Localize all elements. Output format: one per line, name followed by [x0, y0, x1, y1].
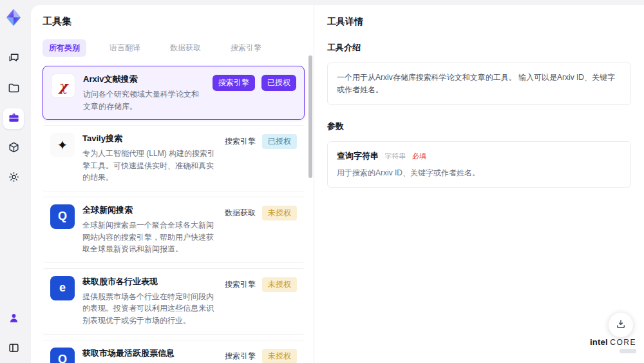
- category-label: 搜索引擎: [225, 277, 256, 292]
- tavily-star-icon: ✦: [50, 133, 75, 157]
- download-icon: [615, 319, 627, 332]
- tool-description: 提供股票市场各个行业在特定时间段内的表现。投资者可以利用这些信息来识别表现优于或…: [82, 291, 217, 327]
- sidebar-item-packages[interactable]: [3, 138, 24, 159]
- status-badge: 未授权: [262, 349, 297, 363]
- intel-logo-text: intel: [590, 337, 608, 347]
- tool-name: 全球新闻搜索: [82, 204, 217, 216]
- page-title: 工具集: [43, 15, 305, 28]
- params-heading: 参数: [327, 121, 631, 132]
- package-icon: [8, 141, 20, 155]
- tab-translation[interactable]: 语言翻译: [103, 39, 147, 57]
- param-description: 用于搜索的Arxiv ID、关键字或作者姓名。: [337, 168, 621, 179]
- category-tabs: 所有类别 语言翻译 数据获取 搜索引擎: [43, 39, 305, 57]
- panel-toggle-icon: [8, 342, 20, 356]
- app-window: 工具集 所有类别 语言翻译 数据获取 搜索引擎 χ Arxiv文献搜索 访问各个…: [0, 0, 644, 363]
- param-required-flag: 必填: [412, 152, 426, 160]
- tool-card-stock-active[interactable]: Q 获取市场最活跃股票信息 提供当天交易量最高的股票列表，投资者可以利用这些信息…: [43, 340, 305, 363]
- tool-name: 获取股市各行业表现: [82, 276, 217, 288]
- tool-detail-panel: 工具详情 工具介绍 一个用于从Arxiv存储库搜索科学论文和文章的工具。 输入可…: [314, 5, 644, 363]
- tab-all-categories[interactable]: 所有类别: [43, 39, 86, 57]
- stock-active-logo-icon: Q: [50, 348, 75, 363]
- status-badge: 未授权: [262, 277, 297, 292]
- sidebar-item-tools[interactable]: [3, 108, 24, 129]
- sidebar-item-chat[interactable]: [3, 49, 24, 70]
- sidebar-item-files[interactable]: [3, 79, 24, 99]
- tool-intro-text: 一个用于从Arxiv存储库搜索科学论文和文章的工具。 输入可以是Arxiv ID…: [327, 63, 631, 105]
- detail-title: 工具详情: [327, 16, 631, 28]
- param-name: 查询字符串: [337, 151, 379, 161]
- brand-subscript: [620, 349, 636, 353]
- tool-name: 获取市场最活跃股票信息: [82, 348, 217, 359]
- tool-card-global-news[interactable]: Q 全球新闻搜索 全球新闻搜索是一个聚合全球各大新闻网站内容的搜索引擎，帮助用户…: [43, 197, 305, 263]
- chat-icon: [8, 52, 20, 66]
- sidebar-collapse-button[interactable]: [3, 338, 24, 359]
- tool-list-panel: 工具集 所有类别 语言翻译 数据获取 搜索引擎 χ Arxiv文献搜索 访问各个…: [31, 5, 314, 363]
- tool-card-stock-sector[interactable]: e 获取股市各行业表现 提供股票市场各个行业在特定时间段内的表现。投资者可以利用…: [43, 268, 305, 335]
- category-label: 数据获取: [225, 206, 256, 221]
- tool-card-tavily[interactable]: ✦ Tavily搜索 专为人工智能代理 (LLM) 构建的搜索引擎工具。可快速提…: [43, 125, 305, 191]
- tab-data-fetch[interactable]: 数据获取: [164, 39, 207, 57]
- intel-core-badge: intel core: [590, 338, 636, 355]
- category-label: 搜索引擎: [225, 349, 256, 363]
- tool-card-list: χ Arxiv文献搜索 访问各个研究领域大量科学论文和文章的存储库。 搜索引擎 …: [43, 66, 305, 363]
- user-icon: [8, 312, 20, 326]
- tool-card-arxiv[interactable]: χ Arxiv文献搜索 访问各个研究领域大量科学论文和文章的存储库。 搜索引擎 …: [43, 66, 305, 120]
- arxiv-logo-icon: χ: [51, 74, 75, 98]
- category-badge: 搜索引擎: [213, 75, 255, 91]
- tool-name: Arxiv文献搜索: [83, 74, 205, 85]
- tool-name: Tavily搜索: [82, 133, 217, 144]
- intro-heading: 工具介绍: [327, 42, 631, 54]
- parameter-card: 查询字符串 字符串 必填 用于搜索的Arxiv ID、关键字或作者姓名。: [327, 141, 631, 188]
- sidebar-item-settings[interactable]: [3, 168, 24, 188]
- settings-icon: [8, 171, 20, 185]
- tool-description: 全球新闻搜索是一个聚合全球各大新闻网站内容的搜索引擎，帮助用户快速获取全球最新资…: [82, 219, 217, 255]
- main-surface: 工具集 所有类别 语言翻译 数据获取 搜索引擎 χ Arxiv文献搜索 访问各个…: [31, 5, 644, 363]
- icon-sidebar: [0, 0, 27, 363]
- status-badge: 未授权: [262, 206, 297, 221]
- global-news-logo-icon: Q: [50, 204, 75, 229]
- folder-icon: [8, 82, 20, 96]
- stock-sector-logo-icon: e: [50, 276, 75, 300]
- tool-description: 访问各个研究领域大量科学论文和文章的存储库。: [83, 88, 205, 112]
- status-badge: 已授权: [262, 134, 297, 149]
- param-type: 字符串: [384, 152, 406, 160]
- sidebar-item-account[interactable]: [3, 309, 24, 329]
- download-button[interactable]: [609, 313, 633, 337]
- core-logo-text: core: [610, 338, 636, 347]
- status-badge: 已授权: [261, 75, 296, 91]
- app-logo-icon: [4, 8, 23, 27]
- toolbox-icon: [8, 112, 20, 126]
- tab-search-engine[interactable]: 搜索引擎: [224, 39, 268, 57]
- scrollbar[interactable]: [308, 55, 312, 178]
- tool-description: 专为人工智能代理 (LLM) 构建的搜索引擎工具。可快速提供实时、准确和真实的结…: [82, 148, 217, 184]
- category-label: 搜索引擎: [225, 134, 256, 149]
